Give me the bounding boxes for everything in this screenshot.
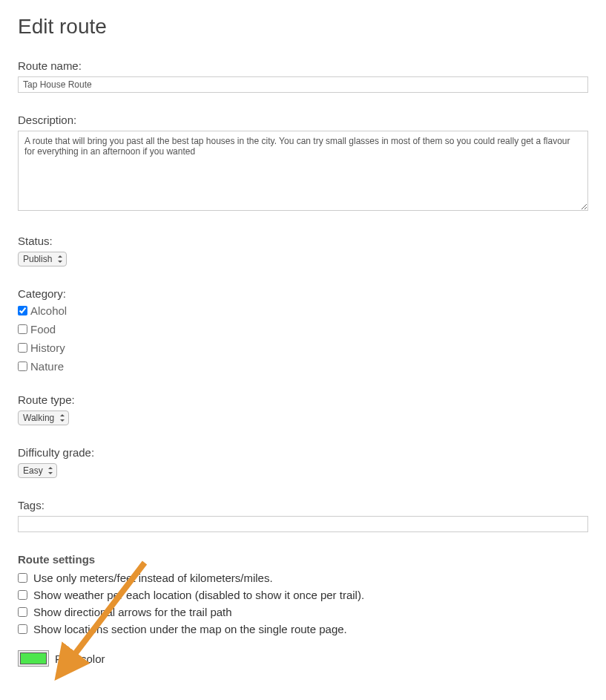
path-color-swatch[interactable]	[18, 650, 49, 667]
tags-input[interactable]	[18, 516, 588, 532]
route-name-input[interactable]	[18, 76, 588, 93]
category-item-label: Alcohol	[30, 304, 67, 317]
category-label: Category:	[18, 287, 588, 300]
category-checkbox[interactable]	[18, 306, 27, 315]
description-field: Description: A route that will bring you…	[18, 114, 588, 214]
category-field: Category: AlcoholFoodHistoryNature	[18, 287, 588, 373]
settings-checkbox[interactable]	[18, 607, 27, 617]
route-name-label: Route name:	[18, 59, 588, 72]
tags-field: Tags:	[18, 499, 588, 532]
settings-checkbox[interactable]	[18, 624, 27, 634]
description-textarea[interactable]: A route that will bring you past all the…	[18, 131, 588, 211]
category-item-label: Food	[30, 323, 56, 336]
category-row: History	[18, 341, 588, 354]
annotation-arrow-icon	[52, 557, 156, 683]
difficulty-select[interactable]: Easy	[18, 463, 57, 478]
category-row: Nature	[18, 360, 588, 373]
difficulty-label: Difficulty grade:	[18, 446, 588, 459]
status-select[interactable]: Publish	[18, 252, 67, 266]
category-row: Alcohol	[18, 304, 588, 317]
tags-label: Tags:	[18, 499, 588, 511]
route-type-label: Route type:	[18, 393, 588, 406]
svg-line-1	[65, 563, 145, 667]
category-checkbox[interactable]	[18, 324, 27, 334]
category-checkbox[interactable]	[18, 362, 27, 371]
settings-checkbox[interactable]	[18, 573, 27, 583]
difficulty-field: Difficulty grade: Easy	[18, 446, 588, 478]
category-row: Food	[18, 323, 588, 336]
status-label: Status:	[18, 235, 588, 247]
description-label: Description:	[18, 114, 588, 126]
settings-checkbox[interactable]	[18, 590, 27, 600]
category-item-label: Nature	[30, 360, 64, 373]
page-title: Edit route	[18, 15, 588, 39]
status-field: Status: Publish	[18, 235, 588, 266]
route-name-field: Route name:	[18, 59, 588, 93]
route-type-field: Route type: Walking	[18, 393, 588, 425]
category-item-label: History	[30, 341, 65, 354]
route-type-select[interactable]: Walking	[18, 410, 69, 425]
category-checkbox[interactable]	[18, 343, 27, 353]
